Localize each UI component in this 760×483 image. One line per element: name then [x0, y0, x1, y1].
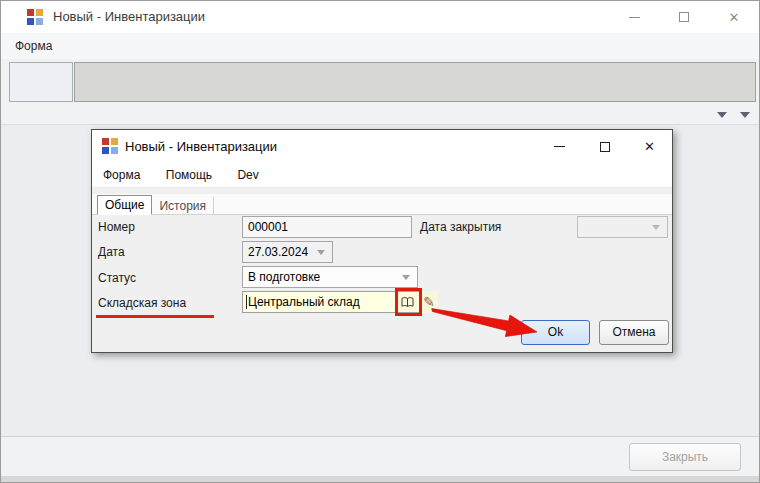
annotation-red-underline: [96, 315, 214, 318]
window-controls: ✕: [609, 1, 759, 33]
pencil-icon: ✎: [423, 294, 435, 310]
dialog-maximize-button[interactable]: [582, 130, 627, 163]
dialog-minimize-button[interactable]: [537, 130, 582, 163]
cancel-button[interactable]: Отмена: [599, 320, 669, 345]
window-bottom-strip: [1, 476, 759, 482]
minimize-button[interactable]: [609, 1, 659, 33]
data-combo[interactable]: 27.03.2024: [242, 241, 333, 263]
skladskaya-zona-input[interactable]: Центральный склад: [242, 291, 420, 313]
label-data-zakrytiya: Дата закрытия: [420, 216, 501, 238]
nomer-input[interactable]: 000001: [242, 216, 412, 238]
close-icon: ✕: [729, 11, 740, 24]
skladskaya-zona-value: Центральный склад: [247, 295, 360, 309]
lookup-button[interactable]: [398, 294, 417, 310]
menu-forma[interactable]: Форма: [103, 163, 140, 187]
open-book-icon: [401, 297, 414, 308]
tabstrip: ОбщиеИстория: [92, 194, 672, 215]
menu-forma[interactable]: Форма: [1, 33, 66, 59]
window-titlebar: Новый - Инвентаризации ✕: [1, 1, 759, 33]
tab-obschie[interactable]: Общие: [97, 195, 152, 215]
close-icon: ✕: [644, 140, 655, 153]
window-menubar: Форма: [1, 33, 759, 59]
menu-dev[interactable]: Dev: [237, 163, 258, 187]
dialog-controls: ✕: [537, 130, 672, 163]
dialog-menubar: Форма Помощь Dev: [92, 163, 672, 188]
dialog-window: Новый - Инвентаризации ✕ Форма Помощь De…: [91, 129, 673, 353]
tab-istoriya[interactable]: История: [152, 197, 214, 215]
status-combo[interactable]: В подготовке: [242, 266, 418, 288]
maximize-icon: [679, 12, 689, 22]
maximize-icon: [600, 142, 610, 152]
app-icon: [102, 138, 118, 154]
dialog-body: ОбщиеИстория Номер 000001 Дата закрытия …: [92, 188, 672, 352]
dialog-titlebar: Новый - Инвентаризации ✕: [92, 130, 672, 163]
app-icon: [27, 9, 43, 25]
maximize-button[interactable]: [659, 1, 709, 33]
toolbar-panel-right: [74, 62, 756, 102]
chevron-down-icon: [317, 250, 325, 255]
toolbar-panel-left: [9, 62, 73, 102]
dropdown-arrow-icon[interactable]: [717, 112, 727, 118]
window-toolbar: [1, 59, 759, 105]
label-status: Статус: [98, 267, 136, 289]
dialog-close-button[interactable]: ✕: [627, 130, 672, 163]
close-form-button[interactable]: Закрыть: [629, 443, 741, 471]
minimize-icon: [629, 17, 640, 18]
label-skladskaya-zona: Складская зона: [98, 292, 186, 314]
ok-button[interactable]: Ok: [521, 320, 590, 345]
edit-button[interactable]: ✎: [420, 291, 438, 313]
dialog-title: Новый - Инвентаризации: [125, 130, 277, 163]
minimize-icon: [554, 146, 565, 147]
data-zakrytiya-combo: [577, 216, 668, 238]
chevron-down-icon: [402, 275, 410, 280]
window-footer: Закрыть: [1, 436, 759, 476]
filter-row: [1, 105, 759, 125]
chevron-down-icon: [652, 225, 660, 230]
status-value: В подготовке: [248, 270, 320, 284]
menu-pomosch[interactable]: Помощь: [166, 163, 212, 187]
label-data: Дата: [98, 241, 125, 263]
skladskaya-zona-wrap: Центральный склад ✎: [242, 291, 438, 313]
close-button[interactable]: ✕: [709, 1, 759, 33]
dropdown-arrow-icon[interactable]: [740, 112, 750, 118]
background-window: Новый - Инвентаризации ✕ Форма Закрыть Н…: [0, 0, 760, 483]
data-value: 27.03.2024: [248, 245, 308, 259]
window-title: Новый - Инвентаризации: [53, 1, 205, 33]
label-nomer: Номер: [98, 216, 135, 238]
